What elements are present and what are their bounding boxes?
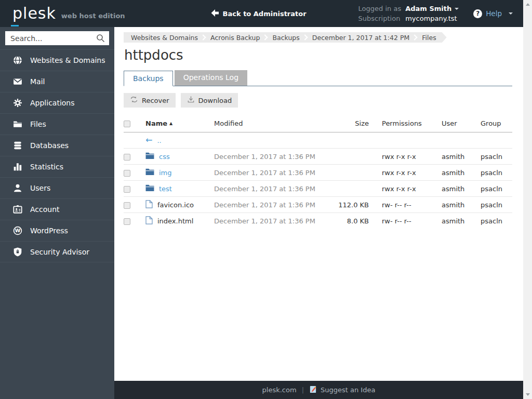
- row-checkbox[interactable]: [124, 186, 130, 193]
- modified-cell: December 1, 2017 at 1:36 PM: [214, 165, 337, 181]
- wordpress-icon: W: [13, 226, 22, 235]
- up-arrow-icon[interactable]: ←: [145, 136, 152, 144]
- user-menu[interactable]: Adam Smith: [405, 4, 459, 14]
- modified-cell: December 1, 2017 at 1:36 PM: [214, 197, 337, 213]
- user-icon: [13, 183, 22, 193]
- user-cell: asmith: [442, 213, 481, 229]
- vertical-scrollbar[interactable]: [523, 0, 532, 399]
- sidebar-item-label: Mail: [30, 77, 45, 86]
- table-row: img December 1, 2017 at 1:36 PM rwx r-x …: [124, 165, 512, 181]
- help-label: Help: [486, 9, 502, 18]
- sidebar-item-wordpress[interactable]: W WordPress: [0, 220, 114, 241]
- sidebar-item-account[interactable]: Account: [0, 198, 114, 220]
- question-circle-icon: ?: [473, 9, 482, 18]
- download-button[interactable]: Download: [181, 93, 238, 108]
- column-header-group[interactable]: Group: [481, 116, 512, 132]
- modified-cell: December 1, 2017 at 1:36 PM: [214, 181, 337, 197]
- user-cell: asmith: [442, 197, 481, 213]
- column-header-permissions[interactable]: Permissions: [382, 116, 442, 132]
- page-title: httpdocs: [124, 47, 523, 63]
- row-checkbox[interactable]: [124, 154, 130, 161]
- tab-bar: Backups Operations Log: [124, 71, 512, 86]
- column-header-name[interactable]: Name▲: [145, 116, 214, 132]
- subscription-value: mycompany.tst: [405, 14, 459, 23]
- user-cell: asmith: [442, 165, 481, 181]
- suggest-idea-link[interactable]: Suggest an Idea: [309, 385, 375, 395]
- recover-button[interactable]: Recover: [124, 93, 176, 108]
- breadcrumb-item[interactable]: Backups: [270, 34, 301, 42]
- group-cell: psacln: [481, 197, 512, 213]
- sidebar-item-applications[interactable]: Applications: [0, 92, 114, 113]
- idea-note-icon: [309, 385, 317, 395]
- sidebar-item-websites-domains[interactable]: Websites & Domains: [0, 49, 114, 71]
- back-to-administrator-link[interactable]: Back to Administrator: [211, 9, 307, 18]
- up-directory-row: ← ..: [124, 132, 512, 149]
- plesk-com-link[interactable]: plesk.com: [262, 386, 297, 394]
- sidebar-item-label: Applications: [30, 99, 75, 107]
- recover-icon: [130, 96, 138, 105]
- subscription-label: Subscription: [358, 14, 402, 23]
- search-input[interactable]: [5, 31, 109, 45]
- sidebar-item-mail[interactable]: Mail: [0, 71, 114, 92]
- edition-label: web host edition: [61, 12, 125, 20]
- user-cell: asmith: [442, 149, 481, 165]
- sidebar: Websites & Domains Mail Applications Fil…: [0, 27, 114, 399]
- folder-blue-icon: [145, 152, 154, 161]
- file-name[interactable]: index.html: [157, 217, 193, 225]
- main-content: Websites & Domains Acronis Backup Backup…: [114, 27, 523, 381]
- sidebar-item-files[interactable]: Files: [0, 113, 114, 135]
- shield-lock-icon: [13, 247, 22, 257]
- group-cell: psacln: [481, 149, 512, 165]
- size-cell: [337, 181, 382, 197]
- up-directory-link[interactable]: ..: [157, 137, 161, 144]
- folder-link[interactable]: test: [159, 185, 172, 193]
- tab-backups[interactable]: Backups: [124, 71, 173, 86]
- file-icon: [145, 216, 153, 226]
- folder-link[interactable]: css: [159, 153, 170, 161]
- breadcrumb: Websites & Domains Acronis Backup Backup…: [124, 32, 447, 43]
- row-checkbox[interactable]: [124, 202, 130, 209]
- recover-button-label: Recover: [142, 97, 169, 104]
- breadcrumb-item[interactable]: December 1, 2017 at 1:42 PM: [310, 34, 411, 42]
- column-header-size[interactable]: Size: [337, 116, 382, 132]
- sidebar-menu: Websites & Domains Mail Applications Fil…: [0, 49, 114, 262]
- tab-operations-log[interactable]: Operations Log: [175, 70, 247, 86]
- file-name[interactable]: favicon.ico: [157, 201, 194, 209]
- scroll-up-arrow[interactable]: [523, 0, 532, 9]
- plesk-logo[interactable]: plesk web host edition: [12, 4, 125, 23]
- permissions-cell: rwx r-x r-x: [382, 165, 442, 181]
- footer-bar: plesk.com | Suggest an Idea: [114, 381, 523, 399]
- search-icon[interactable]: [96, 34, 105, 44]
- sidebar-item-users[interactable]: Users: [0, 177, 114, 198]
- user-cell: asmith: [442, 181, 481, 197]
- select-all-checkbox[interactable]: [124, 121, 130, 127]
- svg-text:W: W: [15, 228, 21, 233]
- download-icon: [187, 96, 195, 105]
- suggest-idea-label: Suggest an Idea: [321, 386, 375, 394]
- sidebar-item-label: Statistics: [30, 163, 63, 171]
- table-row: css December 1, 2017 at 1:36 PM rwx r-x …: [124, 149, 512, 165]
- column-header-modified[interactable]: Modified: [214, 116, 337, 132]
- row-checkbox[interactable]: [124, 218, 130, 225]
- footer-separator: |: [302, 386, 304, 394]
- chevron-right-icon: [262, 34, 268, 40]
- folder-link[interactable]: img: [159, 169, 172, 177]
- column-header-user[interactable]: User: [442, 116, 481, 132]
- permissions-cell: rw- r-- r--: [382, 197, 442, 213]
- gear-icon: [13, 98, 22, 108]
- help-menu[interactable]: ? Help: [473, 9, 513, 18]
- breadcrumb-item[interactable]: Websites & Domains: [129, 34, 200, 42]
- size-cell: [337, 149, 382, 165]
- plesk-logo-text: plesk: [12, 4, 56, 23]
- sidebar-item-security-advisor[interactable]: Security Advisor: [0, 241, 114, 262]
- search-box: [5, 31, 109, 45]
- session-info: Logged in as Adam Smith Subscription myc…: [358, 4, 459, 23]
- sidebar-item-statistics[interactable]: Statistics: [0, 156, 114, 177]
- chevron-down-icon: [509, 12, 513, 15]
- back-link-label: Back to Administrator: [223, 10, 307, 18]
- scroll-down-arrow[interactable]: [523, 390, 532, 399]
- sidebar-item-databases[interactable]: Databases: [0, 135, 114, 156]
- folder-icon: [13, 119, 22, 129]
- breadcrumb-item[interactable]: Acronis Backup: [208, 34, 262, 42]
- row-checkbox[interactable]: [124, 170, 130, 177]
